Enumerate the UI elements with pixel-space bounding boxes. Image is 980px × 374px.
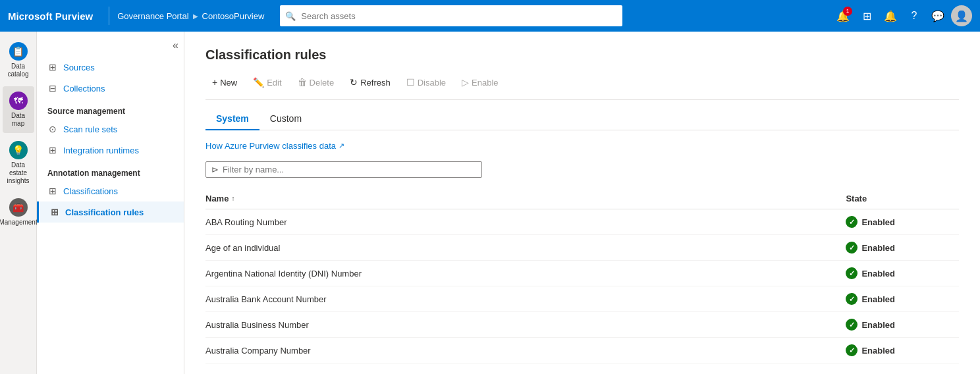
classification-rules-icon: ⊞ — [49, 207, 60, 217]
collections-label: Collections — [63, 84, 105, 94]
state-text: Enabled — [861, 269, 895, 279]
table-row[interactable]: ABA Routing Number ✓ Enabled — [205, 209, 959, 235]
scan-rule-sets-icon: ⊙ — [47, 124, 58, 134]
cell-name: Australia Business Number — [205, 312, 846, 338]
search-input[interactable] — [280, 5, 622, 26]
classification-rules-table: Name ↑ State ABA Routing Number ✓ Enable… — [205, 188, 959, 363]
sidebar-item-data-estate-insights[interactable]: 💡 Data estate insights — [3, 136, 34, 190]
sidebar-item-data-catalog[interactable]: 📋 Data catalog — [3, 37, 34, 84]
tab-custom[interactable]: Custom — [259, 108, 312, 130]
filter-input[interactable] — [223, 165, 476, 174]
sidebar-item-data-map[interactable]: 🗺 Data map — [3, 86, 34, 133]
sidebar-item-scan-rule-sets[interactable]: ⊙ Scan rule sets — [37, 119, 184, 140]
disable-label: Disable — [418, 78, 446, 88]
topbar: Microsoft Purview Governance Portal ▶ Co… — [0, 0, 980, 32]
main-layout: 📋 Data catalog 🗺 Data map 💡 Data estate … — [0, 32, 980, 374]
delete-icon: 🗑 — [298, 77, 307, 88]
data-catalog-icon: 📋 — [9, 42, 28, 61]
state-text: Enabled — [861, 320, 895, 330]
sort-arrow-icon: ↑ — [231, 195, 234, 202]
layout-icon: ⊞ — [863, 10, 871, 22]
cell-name: Australia Company Number — [205, 338, 846, 363]
how-link-text: How Azure Purview classifies data — [205, 141, 336, 151]
page-title: Classification rules — [205, 47, 959, 63]
data-estate-insights-icon: 💡 — [9, 141, 28, 159]
content-area: Classification rules + New ✏️ Edit 🗑 Del… — [184, 32, 980, 374]
enabled-icon: ✓ — [846, 216, 858, 228]
enabled-icon: ✓ — [846, 344, 858, 356]
state-text: Enabled — [861, 346, 895, 356]
data-catalog-label: Data catalog — [5, 63, 32, 78]
filter-bar: ⊳ — [205, 161, 482, 178]
portal-link[interactable]: Governance Portal — [117, 11, 188, 21]
classifications-label: Classifications — [63, 186, 118, 196]
state-text: Enabled — [861, 217, 895, 227]
search-container — [280, 5, 622, 26]
refresh-icon: ↻ — [350, 77, 358, 88]
cell-name: Argentina National Identity (DNI) Number — [205, 261, 846, 286]
avatar-icon: 👤 — [955, 10, 968, 22]
notification-badge: 1 — [843, 7, 852, 16]
sidebar-item-collections[interactable]: ⊟ Collections — [37, 78, 184, 99]
table-row[interactable]: Age of an individual ✓ Enabled — [205, 235, 959, 261]
brand-title: Microsoft Purview — [8, 11, 93, 22]
enabled-icon: ✓ — [846, 242, 858, 254]
sidebar-icons: 📋 Data catalog 🗺 Data map 💡 Data estate … — [0, 32, 37, 374]
filter-icon: ⊳ — [211, 165, 219, 174]
toolbar: + New ✏️ Edit 🗑 Delete ↻ Refresh ☐ Disab… — [205, 73, 959, 100]
help-icon: ? — [912, 10, 917, 22]
bell-icon: 🔔 — [884, 10, 897, 22]
table-row[interactable]: Australia Company Number ✓ Enabled — [205, 338, 959, 363]
sources-label: Sources — [63, 63, 95, 72]
layout-button[interactable]: ⊞ — [856, 5, 877, 26]
col-name-header: Name — [205, 194, 229, 203]
avatar[interactable]: 👤 — [951, 5, 972, 26]
sidebar-item-sources[interactable]: ⊞ Sources — [37, 57, 184, 78]
data-map-label: Data map — [5, 112, 32, 128]
disable-button[interactable]: ☐ Disable — [400, 73, 452, 92]
delete-button[interactable]: 🗑 Delete — [291, 73, 341, 92]
sidebar-item-classification-rules[interactable]: ⊞ Classification rules — [37, 201, 184, 223]
delete-label: Delete — [310, 78, 335, 88]
data-estate-insights-label: Data estate insights — [5, 161, 32, 185]
table-row[interactable]: Argentina National Identity (DNI) Number… — [205, 261, 959, 286]
sidebar-item-integration-runtimes[interactable]: ⊞ Integration runtimes — [37, 140, 184, 161]
collapse-button[interactable]: « — [37, 37, 184, 57]
enabled-icon: ✓ — [846, 293, 858, 305]
data-map-icon: 🗺 — [9, 92, 28, 110]
sidebar-item-classifications[interactable]: ⊞ Classifications — [37, 180, 184, 201]
state-text: Enabled — [861, 243, 895, 253]
edit-button[interactable]: ✏️ Edit — [246, 73, 288, 92]
cell-name: Australia Bank Account Number — [205, 286, 846, 312]
enable-button[interactable]: ▷ Enable — [455, 73, 504, 92]
feedback-button[interactable]: 💬 — [927, 5, 948, 26]
table-row[interactable]: Australia Business Number ✓ Enabled — [205, 312, 959, 338]
topbar-icons: 🔔 1 ⊞ 🔔 ? 💬 👤 — [832, 5, 972, 26]
classifications-icon: ⊞ — [47, 186, 58, 196]
integration-runtimes-icon: ⊞ — [47, 145, 58, 155]
cell-state: ✓ Enabled — [846, 261, 959, 286]
collapse-icon: « — [173, 40, 178, 51]
nav-chevron: ▶ — [193, 13, 198, 20]
enable-icon: ▷ — [462, 77, 469, 88]
bell-button[interactable]: 🔔 — [880, 5, 901, 26]
external-link-icon: ↗ — [339, 142, 344, 150]
tab-system[interactable]: System — [205, 108, 259, 130]
refresh-button[interactable]: ↻ Refresh — [343, 73, 397, 92]
table-row[interactable]: Australia Bank Account Number ✓ Enabled — [205, 286, 959, 312]
cell-state: ✓ Enabled — [846, 235, 959, 261]
annotation-management-label: Annotation management — [37, 161, 184, 180]
cell-state: ✓ Enabled — [846, 312, 959, 338]
management-icon: 🧰 — [9, 198, 28, 217]
notifications-button[interactable]: 🔔 1 — [832, 5, 854, 26]
tenant-name[interactable]: ContosoPurview — [202, 11, 265, 21]
help-button[interactable]: ? — [904, 5, 925, 26]
how-link[interactable]: How Azure Purview classifies data ↗ — [205, 141, 959, 151]
sidebar-item-management[interactable]: 🧰 Management — [3, 193, 34, 232]
cell-state: ✓ Enabled — [846, 286, 959, 312]
enabled-icon: ✓ — [846, 267, 858, 279]
new-button[interactable]: + New — [205, 73, 244, 92]
sidebar-menu: « ⊞ Sources ⊟ Collections Source managem… — [37, 32, 184, 374]
new-icon: + — [212, 77, 217, 88]
cell-state: ✓ Enabled — [846, 338, 959, 363]
